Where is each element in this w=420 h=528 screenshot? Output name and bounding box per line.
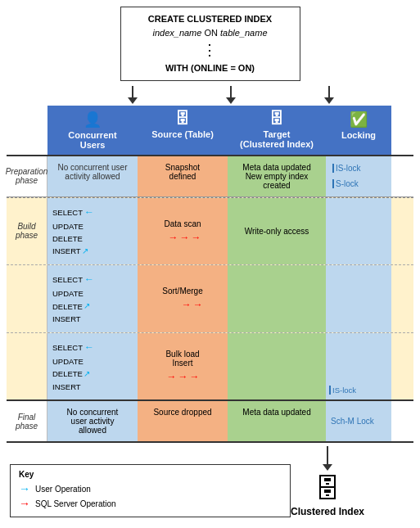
bottom-section: Key → User Operation → SQL Server Operat… bbox=[7, 446, 413, 517]
header-source-label: Source (Table) bbox=[151, 129, 214, 139]
build-label-text: Buildphase bbox=[16, 222, 38, 240]
clustered-index-section: 🗄 Clustered Index bbox=[291, 446, 364, 517]
crud-select-3: SELECT ← bbox=[52, 340, 133, 355]
sql-table-name: table_name bbox=[220, 28, 268, 38]
sch-m-lock-label: Sch-M Lock bbox=[331, 417, 374, 426]
arrow-down-2 bbox=[226, 86, 236, 104]
crud-select-2: SELECT ← bbox=[52, 272, 133, 287]
build-locking-1 bbox=[326, 198, 391, 265]
red-arrow-sm-1: → bbox=[182, 299, 192, 310]
final-phase-label: Finalphase bbox=[7, 401, 47, 441]
final-locking-cell: Sch-M Lock bbox=[326, 401, 391, 441]
cyan-arrow-delete-3: ↗ bbox=[84, 368, 90, 381]
cyan-arrow-select-1: ← bbox=[84, 205, 94, 220]
build-phase-spacer-3 bbox=[7, 333, 47, 400]
red-arrow-sm-2: → bbox=[193, 299, 203, 310]
build-concurrent-3: SELECT ← UPDATE DELETE ↗ INSERT bbox=[47, 333, 138, 400]
prep-lock1: IS-lock bbox=[332, 164, 361, 173]
cyan-arrow-insert-1: ↗ bbox=[82, 245, 88, 258]
headers-row: 👤 ConcurrentUsers 🗄 Source (Table) 🗄 Tar… bbox=[47, 106, 413, 155]
header-locking-label: Locking bbox=[341, 130, 376, 140]
red-arrow-bl-3: → bbox=[190, 371, 200, 382]
crud-delete-1: DELETE bbox=[52, 232, 133, 245]
cyan-arrow-delete-2: ↗ bbox=[84, 300, 90, 313]
key-title: Key bbox=[19, 470, 282, 479]
data-scan-label: Data scan bbox=[164, 219, 201, 228]
prep-source-text: Snapshotdefined bbox=[165, 163, 200, 181]
sql-box: CREATE CLUSTERED INDEX index_name ON tab… bbox=[120, 7, 300, 81]
cyan-arrow-select-2: ← bbox=[84, 272, 94, 287]
final-content: No concurrentuser activityallowed Source… bbox=[47, 401, 413, 441]
preparation-phase-label: Preparationphase bbox=[7, 156, 47, 196]
crud-block-3: SELECT ← UPDATE DELETE ↗ INSERT bbox=[51, 336, 134, 397]
key-user-op-label: User Operation bbox=[35, 485, 91, 494]
preparation-phase: Preparationphase No concurrent user acti… bbox=[7, 155, 413, 197]
preparation-content: No concurrent user activity allowed Snap… bbox=[47, 156, 413, 196]
s-lock-label: S-lock bbox=[332, 179, 359, 188]
sql-index-name: index_name bbox=[152, 28, 201, 38]
final-target-text: Meta data updated bbox=[242, 408, 310, 417]
locking-check-icon: ✅ bbox=[329, 111, 388, 129]
bulk-load-label: Bulk loadInsert bbox=[165, 350, 199, 368]
crud-select-label-1: SELECT bbox=[52, 206, 83, 219]
clustered-index-label: Clustered Index bbox=[291, 506, 364, 517]
key-sql-op: → SQL Server Operation bbox=[19, 497, 282, 510]
key-wrapper: Key → User Operation → SQL Server Operat… bbox=[7, 446, 291, 517]
crud-insert-label-1: INSERT bbox=[52, 245, 81, 257]
red-arrow-bl-2: → bbox=[178, 371, 188, 382]
sql-line2: index_name ON table_name bbox=[129, 26, 291, 40]
crud-delete-3: DELETE ↗ bbox=[52, 368, 133, 381]
build-target-3 bbox=[228, 333, 326, 400]
build-target-1: Write-only access bbox=[228, 198, 326, 265]
crud-block-2: SELECT ← UPDATE DELETE ↗ INSERT bbox=[51, 269, 134, 329]
cyan-arrow-select-3: ← bbox=[84, 340, 94, 355]
crud-update-2: UPDATE bbox=[52, 287, 133, 300]
header-concurrent: 👤 ConcurrentUsers bbox=[47, 106, 138, 155]
crud-select-label-2: SELECT bbox=[52, 273, 83, 286]
build-phase: Buildphase SELECT ← UPDATE DELETE INSERT… bbox=[7, 197, 413, 400]
header-target: 🗄 Target(Clustered Index) bbox=[228, 106, 326, 155]
sort-merge-label: Sort/Merge bbox=[162, 287, 202, 296]
prep-target-cell: Meta data updatedNew empty indexcreated bbox=[228, 156, 326, 196]
build-locking-2 bbox=[326, 265, 391, 332]
final-target-cell: Meta data updated bbox=[228, 401, 326, 441]
sql-line1: CREATE CLUSTERED INDEX bbox=[129, 12, 291, 26]
crud-block-1: SELECT ← UPDATE DELETE INSERT ↗ bbox=[51, 201, 134, 262]
build-row-2: SELECT ← UPDATE DELETE ↗ INSERT Sort/Mer… bbox=[7, 264, 413, 332]
crud-delete-2: DELETE ↗ bbox=[52, 300, 133, 313]
red-arrows-bulk: → → → bbox=[165, 371, 199, 382]
build-row-1: Buildphase SELECT ← UPDATE DELETE INSERT… bbox=[7, 198, 413, 265]
key-section: Key → User Operation → SQL Server Operat… bbox=[10, 464, 291, 517]
key-user-op: → User Operation bbox=[19, 482, 282, 495]
arrow-down-3 bbox=[324, 86, 334, 104]
red-arrow-1: → bbox=[169, 232, 178, 243]
write-only-label: Write-only access bbox=[245, 227, 309, 236]
build-concurrent-2: SELECT ← UPDATE DELETE ↗ INSERT bbox=[47, 265, 138, 332]
build-locking-3: IS-lock bbox=[326, 333, 391, 400]
sql-dots: ⋮ bbox=[129, 39, 291, 61]
crud-update-1: UPDATE bbox=[52, 220, 133, 232]
crud-delete-label-3: DELETE bbox=[52, 368, 83, 380]
bottom-arrow-down bbox=[323, 446, 332, 471]
build-source-1: Data scan → → → bbox=[138, 198, 228, 265]
red-arrows-datascan: → → → bbox=[164, 232, 201, 243]
header-concurrent-label: ConcurrentUsers bbox=[68, 130, 116, 150]
build-phase-label: Buildphase bbox=[7, 198, 47, 265]
prep-target-text: Meta data updatedNew empty indexcreated bbox=[242, 163, 310, 190]
build-concurrent-1: SELECT ← UPDATE DELETE INSERT ↗ bbox=[47, 198, 138, 265]
prep-locking-cell: IS-lock S-lock bbox=[326, 156, 391, 196]
sql-with: WITH (ONLINE = ON) bbox=[129, 61, 291, 75]
prep-source-cell: Snapshotdefined bbox=[138, 156, 228, 196]
arrow-down-1 bbox=[128, 86, 138, 104]
final-concurrent-cell: No concurrentuser activityallowed bbox=[47, 401, 138, 441]
final-source-text: Source dropped bbox=[153, 408, 211, 417]
red-arrow-3: → bbox=[192, 232, 201, 243]
build-phase-spacer-2 bbox=[7, 265, 47, 332]
red-arrow-2: → bbox=[180, 232, 190, 243]
prep-concurrent-cell: No concurrent user activity allowed bbox=[47, 156, 138, 196]
red-arrows-sortmerge: → → bbox=[162, 299, 202, 310]
build-source-2: Sort/Merge → → bbox=[138, 265, 228, 332]
red-arrow-bl-1: → bbox=[167, 371, 177, 382]
preparation-label-text: Preparationphase bbox=[6, 167, 48, 185]
header-target-label: Target(Clustered Index) bbox=[240, 129, 314, 149]
